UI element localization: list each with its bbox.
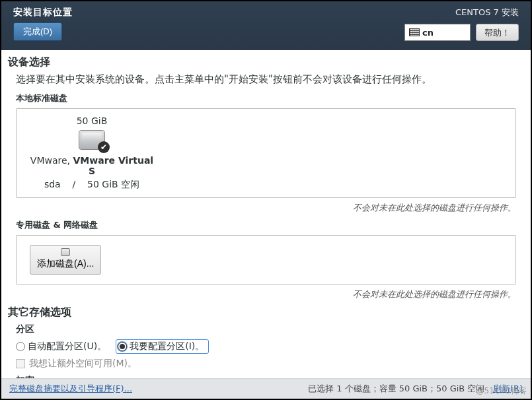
keyboard-icon (409, 28, 420, 36)
bottom-bar: 完整磁盘摘要以及引导程序(F)... 已选择 1 个磁盘；容量 50 GiB；5… (1, 378, 531, 399)
special-disks-box: 添加磁盘(A)... (16, 235, 516, 284)
manual-partition-radio[interactable]: 我要配置分区(I)。 (116, 339, 209, 354)
disk-subinfo: sda / 50 GiB 空闲 (26, 179, 158, 191)
local-disks-title: 本地标准磁盘 (1, 88, 531, 107)
hard-disk-icon: ✔ (79, 130, 105, 150)
help-button[interactable]: 帮助！ (476, 24, 519, 41)
device-selection-title: 设备选择 (1, 50, 531, 71)
disk-name: VMware, VMware Virtual S (26, 155, 158, 176)
check-icon: ✔ (98, 141, 110, 153)
keyboard-layout-code: cn (422, 28, 434, 38)
disk-small-icon (61, 248, 70, 256)
other-storage-title: 其它存储选项 (1, 302, 531, 321)
auto-partition-label: 自动配置分区(U)。 (28, 341, 106, 352)
add-disk-button[interactable]: 添加磁盘(A)... (30, 245, 101, 275)
page-title: 安装目标位置 (13, 7, 73, 18)
special-disks-title: 专用磁盘 & 网络磁盘 (1, 215, 531, 234)
local-disks-note: 不会对未在此处选择的磁盘进行任何操作。 (1, 199, 531, 215)
radio-selected-icon (118, 342, 127, 351)
device-selection-desc: 选择要在其中安装系统的设备。点击主菜单中的"开始安装"按钮前不会对该设备进行任何… (1, 71, 531, 88)
disk-summary-link[interactable]: 完整磁盘摘要以及引导程序(F)... (9, 383, 132, 395)
done-button[interactable]: 完成(D) (13, 22, 62, 41)
local-disks-box: 50 GiB ✔ VMware, VMware Virtual S sda / … (16, 108, 516, 198)
extra-space-checkbox: 我想让额外空间可用(M)。 (1, 355, 531, 372)
checkbox-icon (16, 359, 25, 368)
selection-status: 已选择 1 个磁盘；容量 50 GiB；50 GiB 空闲 (308, 383, 484, 393)
keyboard-layout-selector[interactable]: cn (404, 24, 471, 41)
disk-item[interactable]: 50 GiB ✔ VMware, VMware Virtual S sda / … (26, 116, 158, 191)
header-bar: 安装目标位置 完成(D) CENTOS 7 安装 cn 帮助！ (1, 1, 531, 50)
watermark-text: @51CTO博客 (476, 385, 527, 397)
product-label: CENTOS 7 安装 (455, 7, 519, 18)
disk-size-label: 50 GiB (26, 116, 158, 126)
auto-partition-radio[interactable]: 自动配置分区(U)。 (16, 341, 106, 352)
partition-subtitle: 分区 (1, 321, 531, 338)
extra-space-label: 我想让额外空间可用(M)。 (29, 358, 137, 370)
radio-icon (16, 342, 25, 351)
manual-partition-label: 我要配置分区(I)。 (130, 341, 204, 352)
add-disk-label: 添加磁盘(A)... (37, 258, 94, 270)
special-disks-note: 不会对未在此处选择的磁盘进行任何操作。 (1, 286, 531, 302)
